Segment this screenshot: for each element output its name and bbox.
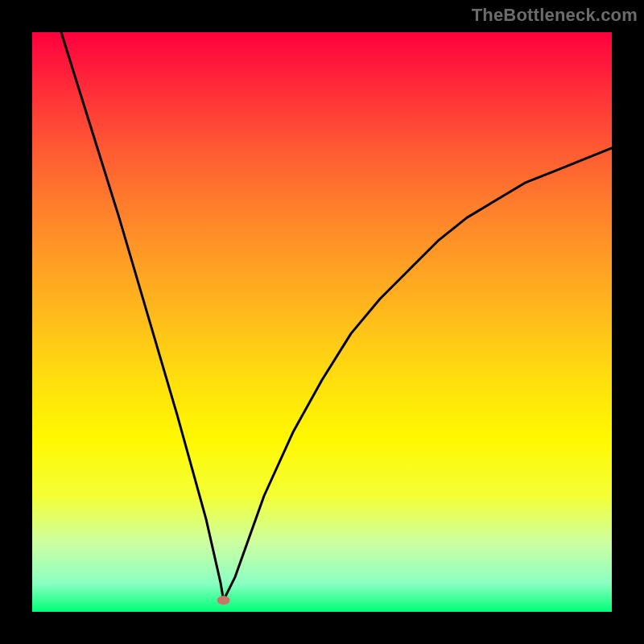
watermark-text: TheBottleneck.com xyxy=(472,5,638,26)
chart-stage: TheBottleneck.com xyxy=(0,0,644,644)
curve-marker xyxy=(217,596,230,605)
plot-area xyxy=(32,32,612,612)
curve-overlay xyxy=(32,32,612,612)
bottleneck-curve xyxy=(61,32,612,601)
